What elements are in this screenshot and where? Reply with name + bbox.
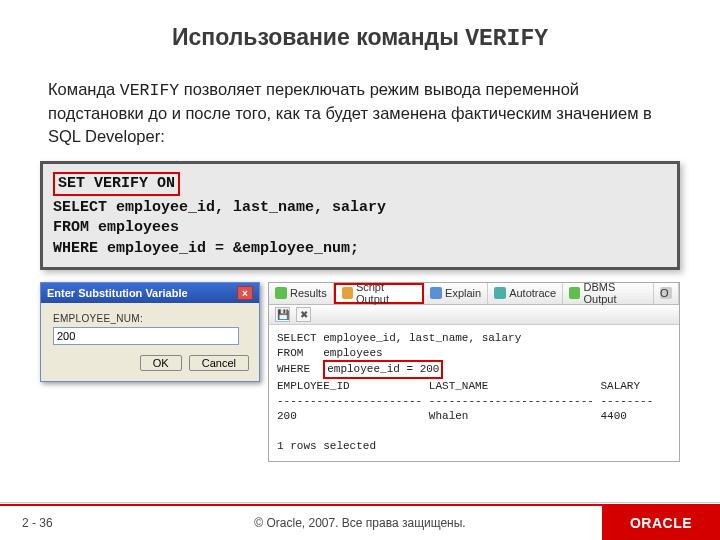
body-paragraph: Команда VERIFY позволяет переключать реж… bbox=[0, 60, 720, 147]
output-panel: Results Script Output Explain Autotrace … bbox=[268, 282, 680, 462]
clear-output-icon[interactable]: ✖ bbox=[296, 307, 311, 322]
tab-script-output[interactable]: Script Output bbox=[334, 283, 424, 304]
ok-button[interactable]: OK bbox=[140, 355, 182, 371]
dialog-title-text: Enter Substitution Variable bbox=[47, 287, 188, 299]
code-line-2: SELECT employee_id, last_name, salary bbox=[53, 199, 386, 216]
body-part1: Команда bbox=[48, 80, 120, 98]
dialog-field-label: EMPLOYEE_NUM: bbox=[53, 313, 247, 324]
tab-script-label: Script Output bbox=[356, 281, 416, 305]
tab-autotrace[interactable]: Autotrace bbox=[488, 283, 563, 304]
autotrace-icon bbox=[494, 287, 506, 299]
title-cmd: VERIFY bbox=[465, 26, 548, 52]
slide: Использование команды VERIFY Команда VER… bbox=[0, 0, 720, 540]
code-highlight-setverify: SET VERIFY ON bbox=[53, 172, 180, 196]
substitution-input[interactable] bbox=[53, 327, 239, 345]
out-l5: ---------------------- -----------------… bbox=[277, 395, 653, 407]
slide-title: Использование команды VERIFY bbox=[0, 0, 720, 60]
out-l2: FROM employees bbox=[277, 347, 383, 359]
code-line-3: FROM employees bbox=[53, 219, 179, 236]
title-prefix: Использование команды bbox=[172, 24, 465, 50]
tab-owa[interactable]: O bbox=[654, 283, 679, 304]
tab-explain[interactable]: Explain bbox=[424, 283, 488, 304]
tab-explain-label: Explain bbox=[445, 287, 481, 299]
oracle-logo: ORACLE bbox=[602, 506, 720, 540]
out-l1: SELECT employee_id, last_name, salary bbox=[277, 332, 521, 344]
tab-results[interactable]: Results bbox=[269, 283, 334, 304]
dialog-buttons: OK Cancel bbox=[41, 349, 259, 381]
sql-code-block: SET VERIFY ON SELECT employee_id, last_n… bbox=[40, 161, 680, 270]
substitution-dialog: Enter Substitution Variable × EMPLOYEE_N… bbox=[40, 282, 260, 382]
out-l4: EMPLOYEE_ID LAST_NAME SALARY bbox=[277, 380, 640, 392]
results-icon bbox=[275, 287, 287, 299]
out-l8: 1 rows selected bbox=[277, 440, 376, 452]
out-highlight-where: employee_id = 200 bbox=[323, 360, 443, 379]
explain-icon bbox=[430, 287, 442, 299]
cancel-button[interactable]: Cancel bbox=[189, 355, 249, 371]
tab-dbms-output[interactable]: DBMS Output bbox=[563, 283, 654, 304]
close-icon[interactable]: × bbox=[237, 286, 253, 300]
owa-icon: O bbox=[660, 287, 672, 299]
output-tabs: Results Script Output Explain Autotrace … bbox=[269, 283, 679, 305]
code-line-4: WHERE employee_id = &employee_num; bbox=[53, 240, 359, 257]
tab-dbms-label: DBMS Output bbox=[583, 281, 647, 305]
tab-autotrace-label: Autotrace bbox=[509, 287, 556, 299]
out-l6: 200 Whalen 4400 bbox=[277, 410, 627, 422]
dialog-body: EMPLOYEE_NUM: bbox=[41, 303, 259, 349]
dbms-icon bbox=[569, 287, 580, 299]
script-output-icon bbox=[342, 287, 353, 299]
tab-results-label: Results bbox=[290, 287, 327, 299]
body-verify: VERIFY bbox=[120, 81, 179, 100]
out-l3a: WHERE bbox=[277, 363, 323, 375]
output-toolbar: 💾 ✖ bbox=[269, 305, 679, 325]
save-output-icon[interactable]: 💾 bbox=[275, 307, 290, 322]
dialog-titlebar: Enter Substitution Variable × bbox=[41, 283, 259, 303]
lower-area: Enter Substitution Variable × EMPLOYEE_N… bbox=[40, 282, 680, 462]
script-output-text: SELECT employee_id, last_name, salary FR… bbox=[269, 325, 679, 461]
